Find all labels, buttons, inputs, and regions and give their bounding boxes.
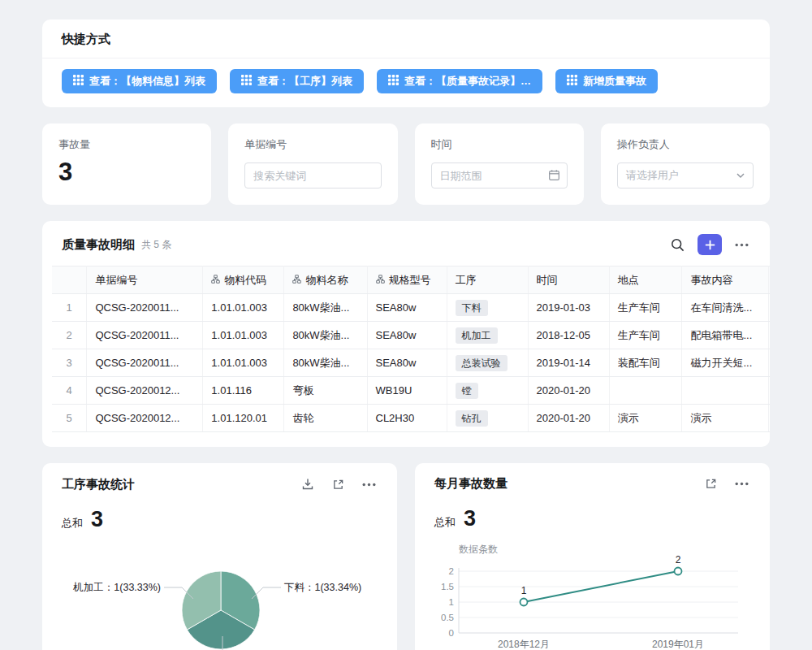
svg-text:0: 0 xyxy=(449,628,454,638)
time-filter-label: 时间 xyxy=(431,137,568,152)
table-header-row: 单据编号 物料代码 物料名称 规格型号 工序 时间 地点 事故内容 操 xyxy=(52,266,770,294)
charts-row: 工序事故统计 总和 3 下料：1(33.34%)总装试验：1(33.33%)机加… xyxy=(42,463,770,650)
doc-no-search-input[interactable] xyxy=(244,162,381,188)
column-header-row-number xyxy=(52,266,87,294)
line-total-label: 总和 xyxy=(434,515,456,530)
shortcut-view-material-list-button[interactable]: 查看：【物料信息】列表 xyxy=(62,69,217,93)
shortcut-view-quality-records-button[interactable]: 查看：【质量事故记录】… xyxy=(377,69,542,93)
accident-count-value: 3 xyxy=(58,158,195,187)
process-tag: 镗 xyxy=(456,383,478,399)
table-row[interactable]: 4 QCSG-2020012... 1.01.116 弯板 WB19U 镗 20… xyxy=(52,377,770,405)
process-stats-card: 工序事故统计 总和 3 下料：1(33.34%)总装试验：1(33.33%)机加… xyxy=(42,463,397,650)
more-icon[interactable] xyxy=(733,241,750,249)
quality-accident-table-card: 质量事故明细 共 5 条 单据编 xyxy=(42,221,770,447)
svg-text:1: 1 xyxy=(521,585,527,596)
dashboard-page: 快捷方式 查看：【物料信息】列表 查看：【工序】列表 查看：【质量事故记录】… … xyxy=(0,0,812,650)
svg-text:数据条数: 数据条数 xyxy=(459,544,498,555)
table-row[interactable]: 1 QCSG-2020011... 1.01.01.003 80kW柴油... … xyxy=(52,294,770,322)
svg-text:2: 2 xyxy=(449,566,454,576)
column-header-time[interactable]: 时间 xyxy=(528,266,609,294)
process-tag: 总装试验 xyxy=(456,355,508,371)
table-count: 共 5 条 xyxy=(141,238,171,252)
svg-text:1.5: 1.5 xyxy=(441,582,454,592)
shortcut-view-process-list-button[interactable]: 查看：【工序】列表 xyxy=(230,69,364,93)
shortcuts-card: 快捷方式 查看：【物料信息】列表 查看：【工序】列表 查看：【质量事故记录】… … xyxy=(42,20,770,107)
table-scroll-area[interactable]: 单据编号 物料代码 物料名称 规格型号 工序 时间 地点 事故内容 操 1 QC xyxy=(42,266,770,432)
operator-filter-card: 操作负责人 请选择用户 xyxy=(601,124,770,205)
time-filter-card: 时间 xyxy=(415,124,584,205)
process-pie-chart: 下料：1(33.34%)总装试验：1(33.33%)机加工：1(33.33%) xyxy=(42,540,397,650)
relation-icon xyxy=(376,274,385,286)
expand-icon[interactable] xyxy=(703,476,719,492)
shortcut-button-row: 查看：【物料信息】列表 查看：【工序】列表 查看：【质量事故记录】… 新增质量事… xyxy=(42,58,770,107)
column-header-material-name[interactable]: 物料名称 xyxy=(284,266,367,294)
svg-text:1: 1 xyxy=(449,597,454,607)
column-header-spec[interactable]: 规格型号 xyxy=(367,266,447,294)
pie-total-label: 总和 xyxy=(62,516,83,531)
shortcut-label: 查看：【质量事故记录】… xyxy=(404,74,531,89)
date-range-input[interactable] xyxy=(431,162,568,188)
column-header-place[interactable]: 地点 xyxy=(609,266,682,294)
shortcuts-title: 快捷方式 xyxy=(42,20,770,58)
expand-icon[interactable] xyxy=(330,477,346,492)
svg-text:机加工：1(33.33%): 机加工：1(33.33%) xyxy=(72,582,161,593)
shortcut-add-quality-accident-button[interactable]: 新增质量事故 xyxy=(555,69,658,93)
svg-text:2: 2 xyxy=(676,554,681,566)
operator-filter-label: 操作负责人 xyxy=(617,137,754,152)
process-tag: 机加工 xyxy=(456,327,498,344)
grid-icon xyxy=(388,75,399,88)
doc-no-filter-card: 单据编号 xyxy=(228,124,397,205)
table-row[interactable]: 5 QCSG-2020012... 1.01.120.01 齿轮 CL2H30 … xyxy=(52,405,770,432)
grid-icon xyxy=(567,75,577,88)
filter-row: 事故量 3 单据编号 时间 操作负责人 请选择用户 xyxy=(42,124,770,205)
doc-no-filter-label: 单据编号 xyxy=(244,137,381,152)
operator-select-placeholder: 请选择用户 xyxy=(626,168,679,183)
column-header-doc-no[interactable]: 单据编号 xyxy=(87,266,203,294)
relation-icon xyxy=(292,274,301,286)
line-chart-title: 每月事故数量 xyxy=(434,476,689,492)
shortcut-label: 查看：【物料信息】列表 xyxy=(89,74,205,89)
line-total-value: 3 xyxy=(464,506,476,531)
table-row[interactable]: 2 QCSG-2020011... 1.01.01.003 80kW柴油... … xyxy=(52,322,770,349)
svg-text:0.5: 0.5 xyxy=(441,613,454,622)
column-header-operator[interactable]: 操 xyxy=(768,266,770,294)
svg-text:2019年01月: 2019年01月 xyxy=(652,639,704,650)
monthly-line-chart: 00.511.52数据条数12018年12月22019年01月时间(月) xyxy=(434,540,749,650)
svg-text:2018年12月: 2018年12月 xyxy=(498,639,550,650)
calendar-icon xyxy=(548,169,560,181)
column-header-material-code[interactable]: 物料代码 xyxy=(203,266,284,294)
more-icon[interactable] xyxy=(733,480,750,488)
column-header-content[interactable]: 事故内容 xyxy=(682,266,768,294)
process-tag: 钻孔 xyxy=(456,410,488,427)
svg-text:下料：1(33.34%): 下料：1(33.34%) xyxy=(284,582,361,593)
quality-accident-table: 单据编号 物料代码 物料名称 规格型号 工序 时间 地点 事故内容 操 1 QC xyxy=(52,266,770,432)
relation-icon xyxy=(211,274,220,286)
shortcut-label: 新增质量事故 xyxy=(583,74,646,89)
monthly-count-card: 每月事故数量 总和 3 00.511.52数据条数12018年12月22019年… xyxy=(415,463,770,650)
search-icon[interactable] xyxy=(669,236,686,254)
accident-count-label: 事故量 xyxy=(58,137,195,152)
pie-total-value: 3 xyxy=(91,507,103,532)
accident-count-card: 事故量 3 xyxy=(42,124,211,205)
pie-chart-title: 工序事故统计 xyxy=(62,477,285,492)
table-title: 质量事故明细 xyxy=(62,237,135,253)
grid-icon xyxy=(241,75,252,88)
column-header-process[interactable]: 工序 xyxy=(447,266,528,294)
chevron-down-icon xyxy=(736,173,745,178)
table-row[interactable]: 3 QCSG-2020011... 1.01.01.003 80kW柴油... … xyxy=(52,349,770,377)
add-record-button[interactable] xyxy=(698,234,722,255)
operator-select[interactable]: 请选择用户 xyxy=(617,162,754,188)
grid-icon xyxy=(73,75,84,88)
download-icon[interactable] xyxy=(300,476,316,492)
more-icon[interactable] xyxy=(361,481,378,488)
shortcut-label: 查看：【工序】列表 xyxy=(257,74,352,89)
process-tag: 下料 xyxy=(456,300,488,316)
